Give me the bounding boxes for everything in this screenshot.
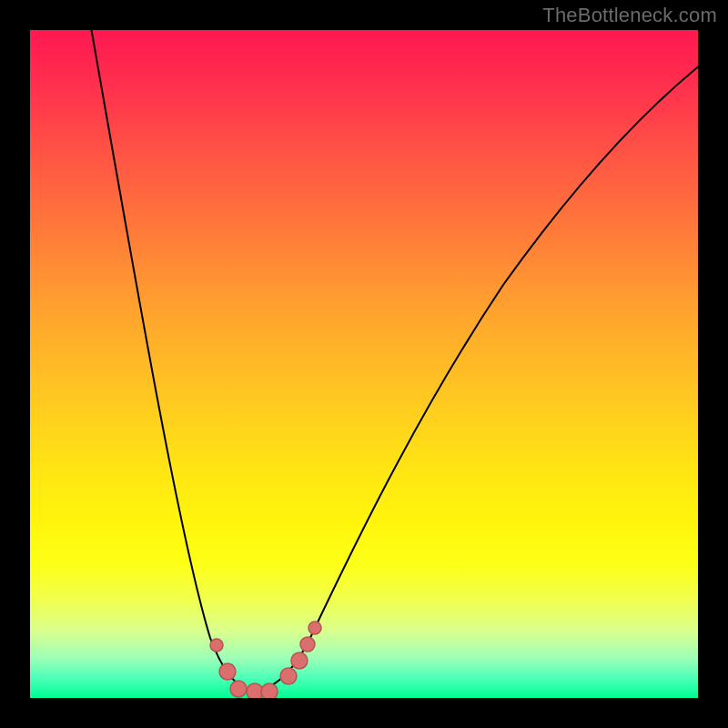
data-marker <box>280 668 297 684</box>
data-marker <box>230 681 247 697</box>
marker-group <box>210 622 321 698</box>
curve-layer <box>30 30 698 698</box>
data-marker <box>219 663 236 680</box>
watermark-text: TheBottleneck.com <box>542 4 717 27</box>
plot-area <box>30 30 698 698</box>
data-marker <box>247 683 263 698</box>
data-marker <box>210 639 223 652</box>
data-marker <box>300 637 315 652</box>
chart-frame: TheBottleneck.com <box>0 0 728 728</box>
bottleneck-curve <box>88 30 698 691</box>
data-marker <box>308 622 321 634</box>
data-marker <box>261 683 278 698</box>
data-marker <box>291 652 308 669</box>
